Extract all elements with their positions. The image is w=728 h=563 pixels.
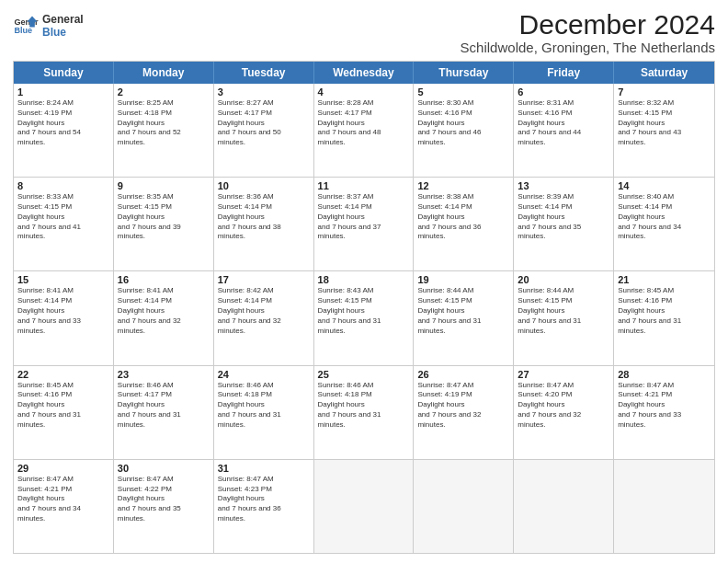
empty-cell: [314, 460, 415, 553]
calendar-header: SundayMondayTuesdayWednesdayThursdayFrid…: [14, 62, 714, 84]
cell-info: Sunrise: 8:47 AM Sunset: 4:21 PM Dayligh…: [17, 475, 109, 524]
day-cell-5: 5 Sunrise: 8:30 AM Sunset: 4:16 PM Dayli…: [414, 84, 514, 177]
cell-info: Sunrise: 8:46 AM Sunset: 4:18 PM Dayligh…: [318, 381, 410, 431]
day-number: 18: [318, 274, 410, 285]
cell-info: Sunrise: 8:25 AM Sunset: 4:18 PM Dayligh…: [118, 98, 210, 148]
day-cell-25: 25 Sunrise: 8:46 AM Sunset: 4:18 PM Dayl…: [314, 366, 415, 459]
cell-info: Sunrise: 8:38 AM Sunset: 4:14 PM Dayligh…: [417, 192, 509, 242]
cell-info: Sunrise: 8:46 AM Sunset: 4:18 PM Dayligh…: [218, 381, 310, 431]
day-number: 16: [118, 274, 210, 285]
day-cell-28: 28 Sunrise: 8:47 AM Sunset: 4:21 PM Dayl…: [614, 366, 714, 459]
cell-info: Sunrise: 8:41 AM Sunset: 4:14 PM Dayligh…: [17, 286, 109, 336]
day-cell-20: 20 Sunrise: 8:44 AM Sunset: 4:15 PM Dayl…: [514, 271, 614, 364]
title-block: December 2024 Schildwolde, Groningen, Th…: [461, 9, 715, 55]
day-cell-2: 2 Sunrise: 8:25 AM Sunset: 4:18 PM Dayli…: [114, 84, 214, 177]
empty-cell: [514, 460, 614, 553]
header-day-monday: Monday: [114, 62, 214, 84]
cell-info: Sunrise: 8:32 AM Sunset: 4:15 PM Dayligh…: [618, 98, 711, 148]
day-cell-17: 17 Sunrise: 8:42 AM Sunset: 4:14 PM Dayl…: [214, 271, 314, 364]
day-number: 30: [118, 463, 210, 474]
day-cell-12: 12 Sunrise: 8:38 AM Sunset: 4:14 PM Dayl…: [414, 178, 514, 270]
calendar: SundayMondayTuesdayWednesdayThursdayFrid…: [13, 61, 715, 554]
day-number: 23: [118, 369, 210, 380]
day-cell-1: 1 Sunrise: 8:24 AM Sunset: 4:19 PM Dayli…: [14, 84, 114, 177]
day-number: 6: [518, 86, 609, 98]
logo-icon: General Blue: [13, 13, 39, 39]
cell-info: Sunrise: 8:24 AM Sunset: 4:19 PM Dayligh…: [17, 98, 109, 148]
day-cell-15: 15 Sunrise: 8:41 AM Sunset: 4:14 PM Dayl…: [14, 271, 114, 364]
empty-cell: [614, 460, 714, 553]
header-day-sunday: Sunday: [14, 62, 114, 84]
cell-info: Sunrise: 8:45 AM Sunset: 4:16 PM Dayligh…: [618, 286, 711, 336]
calendar-week-5: 29 Sunrise: 8:47 AM Sunset: 4:21 PM Dayl…: [14, 459, 714, 553]
cell-info: Sunrise: 8:40 AM Sunset: 4:14 PM Dayligh…: [618, 192, 711, 242]
day-number: 13: [518, 180, 609, 191]
day-number: 9: [118, 180, 210, 191]
day-number: 31: [218, 463, 310, 474]
day-cell-6: 6 Sunrise: 8:31 AM Sunset: 4:16 PM Dayli…: [514, 84, 614, 177]
cell-info: Sunrise: 8:47 AM Sunset: 4:19 PM Dayligh…: [417, 381, 509, 431]
header-day-wednesday: Wednesday: [314, 62, 415, 84]
day-cell-13: 13 Sunrise: 8:39 AM Sunset: 4:14 PM Dayl…: [514, 178, 614, 270]
cell-info: Sunrise: 8:46 AM Sunset: 4:17 PM Dayligh…: [118, 381, 210, 431]
main-title: December 2024: [461, 9, 715, 40]
day-cell-29: 29 Sunrise: 8:47 AM Sunset: 4:21 PM Dayl…: [14, 460, 114, 553]
cell-info: Sunrise: 8:27 AM Sunset: 4:17 PM Dayligh…: [218, 98, 310, 148]
cell-info: Sunrise: 8:42 AM Sunset: 4:14 PM Dayligh…: [218, 286, 310, 336]
day-cell-4: 4 Sunrise: 8:28 AM Sunset: 4:17 PM Dayli…: [314, 84, 415, 177]
cell-info: Sunrise: 8:37 AM Sunset: 4:14 PM Dayligh…: [318, 192, 410, 242]
day-cell-26: 26 Sunrise: 8:47 AM Sunset: 4:19 PM Dayl…: [414, 366, 514, 459]
day-number: 12: [417, 180, 509, 191]
cell-info: Sunrise: 8:36 AM Sunset: 4:14 PM Dayligh…: [218, 192, 310, 242]
day-number: 5: [417, 86, 509, 98]
day-cell-27: 27 Sunrise: 8:47 AM Sunset: 4:20 PM Dayl…: [514, 366, 614, 459]
day-cell-30: 30 Sunrise: 8:47 AM Sunset: 4:22 PM Dayl…: [114, 460, 214, 553]
day-cell-23: 23 Sunrise: 8:46 AM Sunset: 4:17 PM Dayl…: [114, 366, 214, 459]
cell-info: Sunrise: 8:43 AM Sunset: 4:15 PM Dayligh…: [318, 286, 410, 336]
day-number: 8: [17, 180, 109, 191]
day-number: 28: [618, 369, 711, 380]
header-day-saturday: Saturday: [614, 62, 714, 84]
header-day-thursday: Thursday: [414, 62, 514, 84]
day-cell-9: 9 Sunrise: 8:35 AM Sunset: 4:15 PM Dayli…: [114, 178, 214, 270]
empty-cell: [414, 460, 514, 553]
day-cell-24: 24 Sunrise: 8:46 AM Sunset: 4:18 PM Dayl…: [214, 366, 314, 459]
cell-info: Sunrise: 8:47 AM Sunset: 4:21 PM Dayligh…: [618, 381, 711, 431]
day-cell-16: 16 Sunrise: 8:41 AM Sunset: 4:14 PM Dayl…: [114, 271, 214, 364]
day-cell-10: 10 Sunrise: 8:36 AM Sunset: 4:14 PM Dayl…: [214, 178, 314, 270]
cell-info: Sunrise: 8:44 AM Sunset: 4:15 PM Dayligh…: [417, 286, 509, 336]
day-cell-19: 19 Sunrise: 8:44 AM Sunset: 4:15 PM Dayl…: [414, 271, 514, 364]
day-cell-14: 14 Sunrise: 8:40 AM Sunset: 4:14 PM Dayl…: [614, 178, 714, 270]
day-cell-22: 22 Sunrise: 8:45 AM Sunset: 4:16 PM Dayl…: [14, 366, 114, 459]
day-number: 24: [218, 369, 310, 380]
calendar-body: 1 Sunrise: 8:24 AM Sunset: 4:19 PM Dayli…: [14, 84, 714, 553]
cell-info: Sunrise: 8:41 AM Sunset: 4:14 PM Dayligh…: [118, 286, 210, 336]
day-number: 14: [618, 180, 711, 191]
day-cell-18: 18 Sunrise: 8:43 AM Sunset: 4:15 PM Dayl…: [314, 271, 415, 364]
cell-info: Sunrise: 8:45 AM Sunset: 4:16 PM Dayligh…: [17, 381, 109, 431]
svg-text:Blue: Blue: [14, 27, 32, 36]
cell-info: Sunrise: 8:35 AM Sunset: 4:15 PM Dayligh…: [118, 192, 210, 242]
header: General Blue General Blue December 2024 …: [13, 9, 715, 55]
cell-info: Sunrise: 8:44 AM Sunset: 4:15 PM Dayligh…: [518, 286, 609, 336]
day-number: 10: [218, 180, 310, 191]
cell-info: Sunrise: 8:31 AM Sunset: 4:16 PM Dayligh…: [518, 98, 609, 148]
day-number: 1: [17, 86, 109, 98]
cell-info: Sunrise: 8:30 AM Sunset: 4:16 PM Dayligh…: [417, 98, 509, 148]
cell-info: Sunrise: 8:47 AM Sunset: 4:20 PM Dayligh…: [518, 381, 609, 431]
cell-info: Sunrise: 8:28 AM Sunset: 4:17 PM Dayligh…: [318, 98, 410, 148]
day-number: 17: [218, 274, 310, 285]
day-number: 25: [318, 369, 410, 380]
day-number: 20: [518, 274, 609, 285]
day-cell-8: 8 Sunrise: 8:33 AM Sunset: 4:15 PM Dayli…: [14, 178, 114, 270]
day-number: 27: [518, 369, 609, 380]
day-cell-7: 7 Sunrise: 8:32 AM Sunset: 4:15 PM Dayli…: [614, 84, 714, 177]
day-number: 19: [417, 274, 509, 285]
day-cell-31: 31 Sunrise: 8:47 AM Sunset: 4:23 PM Dayl…: [214, 460, 314, 553]
calendar-week-4: 22 Sunrise: 8:45 AM Sunset: 4:16 PM Dayl…: [14, 365, 714, 459]
day-cell-3: 3 Sunrise: 8:27 AM Sunset: 4:17 PM Dayli…: [214, 84, 314, 177]
day-number: 22: [17, 369, 109, 380]
day-cell-21: 21 Sunrise: 8:45 AM Sunset: 4:16 PM Dayl…: [614, 271, 714, 364]
header-day-friday: Friday: [514, 62, 614, 84]
day-cell-11: 11 Sunrise: 8:37 AM Sunset: 4:14 PM Dayl…: [314, 178, 415, 270]
